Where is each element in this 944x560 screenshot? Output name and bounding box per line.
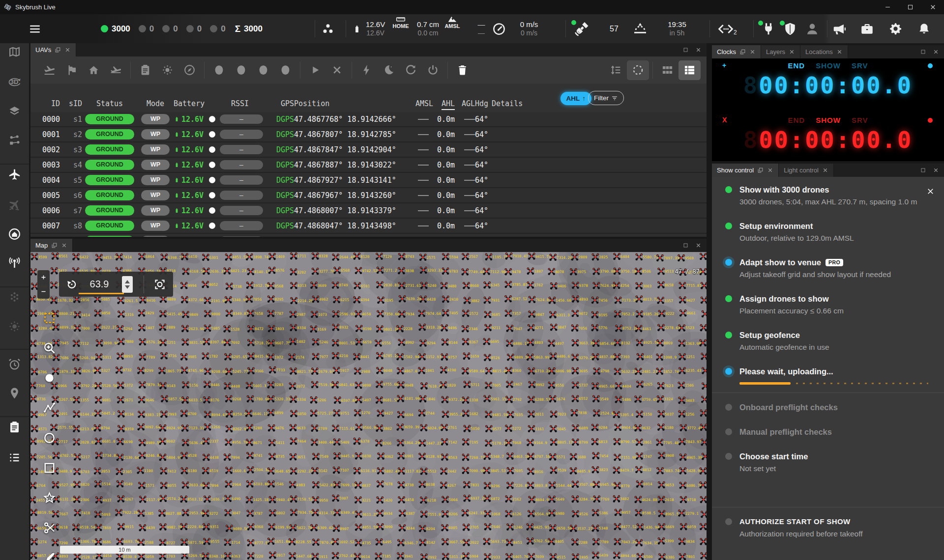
clock-label-end[interactable]: END [788, 61, 805, 70]
server-status-button[interactable] [761, 14, 776, 43]
broadcast-button[interactable] [832, 14, 846, 43]
tab-uavs[interactable]: UAVs [30, 43, 76, 56]
close-panel-icon[interactable] [695, 242, 702, 249]
zoom-tool[interactable] [43, 341, 56, 355]
color-preset-2-button[interactable] [230, 60, 252, 80]
sidebar-item-clocks[interactable] [0, 357, 29, 371]
tab-locations[interactable]: Locations [800, 45, 848, 58]
sidebar-item-3d[interactable]: 3D [0, 74, 29, 89]
close-panel-icon[interactable] [695, 47, 702, 53]
close-tab-icon[interactable] [822, 167, 828, 173]
tab-show-control[interactable]: Show control [712, 164, 779, 177]
filter-button[interactable]: Filter [588, 91, 624, 105]
map-canvas[interactable] [30, 252, 707, 560]
sidebar-item-light-control[interactable] [0, 319, 29, 334]
popout-icon[interactable] [55, 47, 61, 53]
maximize-panel-icon[interactable] [682, 47, 689, 53]
column-header-mode[interactable]: Mode [137, 99, 174, 112]
close-panel-icon[interactable] [933, 49, 939, 55]
tab-layers[interactable]: Layers [761, 45, 800, 58]
main-menu-button[interactable] [29, 14, 41, 43]
column-header-gps[interactable]: GPS [271, 99, 294, 112]
gps-status[interactable] [574, 14, 591, 43]
show-step-choose-start-time[interactable]: Choose start timeNot set yet [712, 444, 944, 480]
sidebar-item-beacons[interactable] [0, 289, 29, 304]
close-tab-icon[interactable] [789, 49, 795, 55]
show-step-onboard-preflight-checks[interactable]: Onboard preflight checks [712, 394, 944, 419]
map-viewport[interactable]: 63.9 47 / 87 10 m [30, 252, 707, 560]
sidebar-item-log[interactable] [0, 450, 29, 465]
clock-label-show[interactable]: SHOW [816, 61, 841, 70]
clock-label-srv[interactable]: SRV [852, 116, 868, 124]
swarm-status-button[interactable] [321, 14, 335, 43]
uav-row-0006[interactable]: 0006s7GROUNDWP12.6V–DGPS47.4868007° 18.9… [30, 203, 707, 219]
show-step-show-with-3000-drones[interactable]: Show with 3000 drones3000 drones, 5:04, … [712, 177, 944, 213]
popout-icon[interactable] [757, 167, 764, 173]
uav-row-0002[interactable]: 0002s3GROUNDWP12.6V–DGPS47.4867847° 18.9… [30, 142, 707, 158]
server-connections-button[interactable]: 2 [717, 14, 737, 43]
column-header-rssi[interactable]: RSSI [209, 99, 271, 112]
show-step-please-wait-uploading[interactable]: Please wait, uploading... [712, 359, 944, 391]
cut-hole-tool[interactable] [43, 521, 56, 534]
safety-status-button[interactable] [783, 14, 797, 43]
tab-light-control[interactable]: Light control [779, 164, 834, 177]
column-header-agl[interactable]: AGL [455, 99, 475, 112]
uav-row-0005[interactable]: 0005s6GROUNDWP12.6V–DGPS47.4867967° 18.9… [30, 188, 707, 203]
clock-marker[interactable]: X [722, 116, 727, 124]
flash-lights-button[interactable] [156, 60, 178, 80]
sort-button[interactable] [605, 60, 627, 80]
sidebar-item-locations[interactable] [0, 386, 29, 400]
draw-path-tool[interactable] [43, 401, 56, 415]
popout-icon[interactable] [739, 49, 746, 55]
clock-label-srv[interactable]: SRV [852, 61, 868, 70]
selection-button[interactable] [627, 60, 649, 80]
draw-rectangle-tool[interactable] [43, 461, 56, 475]
add-marker-tool[interactable] [43, 371, 56, 385]
cancel-button[interactable] [326, 60, 348, 80]
uav-row-0008[interactable]: 0008s9GROUNDWP12.6V–DGPS [30, 234, 707, 237]
edit-feature-tool[interactable] [43, 551, 56, 560]
settings-button[interactable] [889, 14, 902, 43]
sidebar-item-rtk[interactable] [0, 255, 29, 270]
clock-label-end[interactable]: END [788, 116, 805, 124]
sidebar-item-layers[interactable] [0, 104, 29, 118]
reboot-button[interactable] [400, 60, 422, 80]
rotation-stepper[interactable] [122, 276, 133, 293]
draw-circle-tool[interactable] [43, 431, 56, 445]
land-button[interactable] [105, 60, 127, 80]
clock-label-show[interactable]: SHOW [816, 116, 841, 124]
zoom-in-button[interactable] [37, 270, 50, 284]
maximize-button[interactable] [899, 0, 921, 14]
color-preset-3-button[interactable] [252, 60, 274, 80]
remove-button[interactable] [451, 60, 473, 80]
close-tab-icon[interactable] [61, 242, 67, 249]
sidebar-item-takeoff-home[interactable] [0, 226, 29, 241]
uav-row-0001[interactable]: 0001s2GROUNDWP12.6V–DGPS47.4867807° 18.9… [30, 127, 707, 142]
sidebar-item-map[interactable] [0, 44, 29, 59]
show-step-adapt-show-to-venue[interactable]: Adapt show to venuePROAdjust takeoff gri… [712, 250, 944, 286]
sidebar-item-uavs[interactable] [0, 167, 29, 182]
tab-clocks[interactable]: Clocks [712, 45, 761, 58]
sidebar-item-features[interactable] [0, 133, 29, 147]
maximize-panel-icon[interactable] [920, 49, 926, 55]
show-step-authorize-start-of-show[interactable]: AUTHORIZE START OF SHOWAuthorization req… [712, 509, 944, 545]
maximize-panel-icon[interactable] [920, 167, 926, 173]
return-home-button[interactable] [83, 60, 105, 80]
reset-rotation-button[interactable] [66, 279, 78, 290]
column-header-hdg[interactable]: Hdg [475, 99, 492, 112]
column-header-position[interactable]: Position [294, 99, 415, 112]
close-panel-icon[interactable] [933, 167, 939, 173]
close-tab-icon[interactable] [749, 49, 756, 55]
toolbox-button[interactable] [860, 14, 874, 43]
list-view-button[interactable] [678, 60, 701, 80]
minimize-button[interactable] [876, 0, 899, 14]
column-header-amsl[interactable]: AMSL [415, 99, 429, 112]
close-button[interactable] [921, 0, 944, 14]
column-header-ahl[interactable]: AHL [429, 99, 455, 112]
close-tab-icon[interactable] [836, 49, 843, 55]
arm-button[interactable] [355, 60, 378, 80]
power-off-button[interactable] [422, 60, 444, 80]
column-header-sid[interactable]: sID [60, 99, 82, 112]
dismiss-step-button[interactable] [921, 184, 939, 196]
rotation-value[interactable]: 63.9 [82, 279, 117, 290]
